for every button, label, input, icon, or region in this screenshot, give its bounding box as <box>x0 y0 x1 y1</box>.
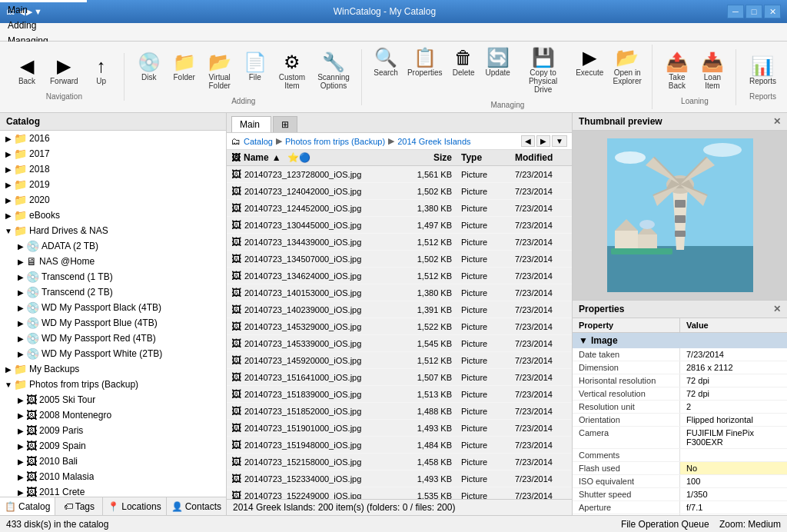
tree-item-transcend-1tb[interactable]: ▶💿Transcend (1 TB) <box>0 269 226 284</box>
loan-item-button[interactable]: 📥 LoanItem <box>696 49 729 94</box>
tree-item-wd-white-2tb[interactable]: ▶💿WD My Passport White (2TB) <box>0 346 226 361</box>
custom-item-button[interactable]: ⚙ CustomItem <box>274 49 310 94</box>
breadcrumb-forward-btn[interactable]: ▶ <box>536 135 550 147</box>
tree-expand-hard-drives-nas[interactable]: ▼ <box>3 225 14 236</box>
tree-item-2017[interactable]: ▶📁2017 <box>0 146 226 161</box>
breadcrumb-back-btn[interactable]: ◀ <box>521 135 535 147</box>
col-header-modified[interactable]: Modified <box>510 150 572 165</box>
tree-expand-wd-red-4tb[interactable]: ▶ <box>15 333 26 344</box>
tree-expand-my-backups[interactable]: ▶ <box>3 364 14 374</box>
file-row[interactable]: 🖼 20140723_151839000_iOS.jpg1,513 KBPict… <box>227 386 572 403</box>
file-row[interactable]: 🖼 20140723_151641000_iOS.jpg1,507 KBPict… <box>227 369 572 386</box>
tree-expand-2017[interactable]: ▶ <box>3 148 14 159</box>
minimize-button[interactable]: ─ <box>727 5 744 18</box>
file-row[interactable]: 🖼 20140723_152249000_iOS.jpg1,535 KBPict… <box>227 487 572 499</box>
tree-expand-2019[interactable]: ▶ <box>3 179 14 190</box>
tree-expand-2009-paris[interactable]: ▶ <box>15 425 26 436</box>
file-row[interactable]: 🖼 20140723_134507000_iOS.jpg1,502 KBPict… <box>227 251 572 268</box>
sidebar-footer-tab-contacts[interactable]: 👤Contacts <box>167 497 226 515</box>
tree-item-2018[interactable]: ▶📁2018 <box>0 161 226 177</box>
tree-expand-2005-ski[interactable]: ▶ <box>15 394 26 405</box>
tree-item-2010-malasia[interactable]: ▶🖼2010 Malasia <box>0 469 226 484</box>
tree-item-2009-paris[interactable]: ▶🖼2009 Paris <box>0 423 226 438</box>
update-button[interactable]: 🔄 Update <box>481 45 514 98</box>
file-row[interactable]: 🖼 20140723_152158000_iOS.jpg1,458 KBPict… <box>227 454 572 470</box>
tree-item-my-backups[interactable]: ▶📁My Backups <box>0 361 226 377</box>
file-row[interactable]: 🖼 20140723_123728000_iOS.jpg1,561 KBPict… <box>227 166 572 183</box>
tab-main[interactable]: Main <box>231 116 271 132</box>
up-button[interactable]: ↑ Up <box>85 53 118 89</box>
tree-item-nas-at-home[interactable]: ▶🖥NAS @Home <box>0 254 226 269</box>
file-row[interactable]: 🖼 20140723_151901000_iOS.jpg1,493 KBPict… <box>227 420 572 437</box>
tree-item-2009-spain[interactable]: ▶🖼2009 Spain <box>0 438 226 454</box>
open-explorer-button[interactable]: 📂 Open inExplorer <box>609 45 645 98</box>
sidebar-tree[interactable]: ▶📁2016▶📁2017▶📁2018▶📁2019▶📁2020▶📁eBooks▼📁… <box>0 131 226 497</box>
sidebar-footer-tab-catalog[interactable]: 📋Catalog <box>0 497 55 515</box>
properties-button[interactable]: 📋 Properties <box>403 45 446 98</box>
tree-expand-transcend-2tb[interactable]: ▶ <box>15 287 26 298</box>
file-row[interactable]: 🖼 20140723_151948000_iOS.jpg1,484 KBPict… <box>227 437 572 454</box>
tree-item-ebooks[interactable]: ▶📁eBooks <box>0 208 226 223</box>
delete-button[interactable]: 🗑 Delete <box>447 45 480 98</box>
tree-expand-wd-white-2tb[interactable]: ▶ <box>15 348 26 359</box>
reports-button[interactable]: 📊 Reports <box>744 53 782 89</box>
tree-item-wd-red-4tb[interactable]: ▶💿WD My Passport Red (4TB) <box>0 331 226 346</box>
file-row[interactable]: 🖼 20140723_145339000_iOS.jpg1,545 KBPict… <box>227 335 572 352</box>
tree-item-2005-ski[interactable]: ▶🖼2005 Ski Tour <box>0 392 226 407</box>
back-button[interactable]: ◀ Back <box>11 53 43 89</box>
tree-expand-2008-montenegro[interactable]: ▶ <box>15 410 26 421</box>
tree-item-2019[interactable]: ▶📁2019 <box>0 177 226 192</box>
col-header-size[interactable]: Size <box>395 150 457 165</box>
folder-button[interactable]: 📁 Folder <box>168 49 201 94</box>
tree-item-2010-bali[interactable]: ▶🖼2010 Bali <box>0 454 226 469</box>
close-button[interactable]: ✕ <box>764 5 781 18</box>
execute-button[interactable]: ▶ Execute <box>572 45 607 98</box>
sidebar-footer-tab-tags[interactable]: 🏷Tags <box>55 497 103 515</box>
sidebar-footer-tab-locations[interactable]: 📍Locations <box>103 497 166 515</box>
file-row[interactable]: 🖼 20140723_152334000_iOS.jpg1,493 KBPict… <box>227 470 572 487</box>
forward-button[interactable]: ▶ Forward <box>45 53 84 89</box>
tree-item-2016[interactable]: ▶📁2016 <box>0 131 226 146</box>
tree-item-2011-crete[interactable]: ▶🖼2011 Crete <box>0 484 226 497</box>
col-header-name[interactable]: 🖼 Name ▲ ⭐🔵 <box>227 150 395 165</box>
tree-item-wd-blue-4tb[interactable]: ▶💿WD My Passport Blue (4TB) <box>0 315 226 331</box>
maximize-button[interactable]: □ <box>745 5 762 18</box>
breadcrumb-photos[interactable]: Photos from trips (Backup) <box>285 137 385 146</box>
file-row[interactable]: 🖼 20140723_140239000_iOS.jpg1,391 KBPict… <box>227 301 572 318</box>
tree-expand-2016[interactable]: ▶ <box>3 133 14 144</box>
thumbnail-close-button[interactable]: ✕ <box>773 116 781 127</box>
tree-item-adata[interactable]: ▶💿ADATA (2 TB) <box>0 238 226 254</box>
copy-physical-button[interactable]: 💾 Copy toPhysical Drive <box>516 45 570 98</box>
tree-expand-2009-spain[interactable]: ▶ <box>15 441 26 451</box>
tree-expand-ebooks[interactable]: ▶ <box>3 210 14 221</box>
tree-expand-photos-from-trips[interactable]: ▼ <box>3 379 14 390</box>
file-row[interactable]: 🖼 20140723_145329000_iOS.jpg1,522 KBPict… <box>227 318 572 335</box>
properties-close-button[interactable]: ✕ <box>773 304 781 314</box>
disk-button[interactable]: 💿 Disk <box>132 49 166 94</box>
file-row[interactable]: 🖼 20140723_124452000_iOS.jpg1,380 KBPict… <box>227 200 572 217</box>
virtual-folder-button[interactable]: 📂 VirtualFolder <box>203 49 237 94</box>
file-list-body[interactable]: 🖼 20140723_123728000_iOS.jpg1,561 KBPict… <box>227 166 572 499</box>
tree-expand-wd-black-4tb[interactable]: ▶ <box>15 302 26 313</box>
tree-expand-2018[interactable]: ▶ <box>3 164 14 175</box>
menu-tab-adding[interactable]: Adding <box>0 18 87 33</box>
tree-expand-2010-malasia[interactable]: ▶ <box>15 471 26 482</box>
tree-item-hard-drives-nas[interactable]: ▼📁Hard Drives & NAS <box>0 223 226 238</box>
tree-expand-transcend-1tb[interactable]: ▶ <box>15 271 26 282</box>
file-row[interactable]: 🖼 20140723_140153000_iOS.jpg1,380 KBPict… <box>227 284 572 301</box>
tree-item-2008-montenegro[interactable]: ▶🖼2008 Montenegro <box>0 407 226 423</box>
take-back-button[interactable]: 📤 TakeBack <box>660 49 694 94</box>
tree-item-transcend-2tb[interactable]: ▶💿Transcend (2 TB) <box>0 284 226 300</box>
scanning-options-button[interactable]: 🔧 ScanningOptions <box>312 49 355 94</box>
tree-expand-adata[interactable]: ▶ <box>15 241 26 251</box>
menu-tab-main[interactable]: Main <box>0 2 87 18</box>
file-row[interactable]: 🖼 20140723_124042000_iOS.jpg1,502 KBPict… <box>227 183 572 200</box>
file-row[interactable]: 🖼 20140723_134624000_iOS.jpg1,512 KBPict… <box>227 268 572 284</box>
tree-expand-2020[interactable]: ▶ <box>3 195 14 205</box>
tree-item-photos-from-trips[interactable]: ▼📁Photos from trips (Backup) <box>0 377 226 392</box>
col-header-type[interactable]: Type <box>457 150 510 165</box>
file-row[interactable]: 🖼 20140723_151852000_iOS.jpg1,488 KBPict… <box>227 403 572 420</box>
tree-item-2020[interactable]: ▶📁2020 <box>0 192 226 208</box>
search-button[interactable]: 🔍 Search <box>370 45 402 98</box>
breadcrumb-catalog[interactable]: Catalog <box>244 137 273 146</box>
